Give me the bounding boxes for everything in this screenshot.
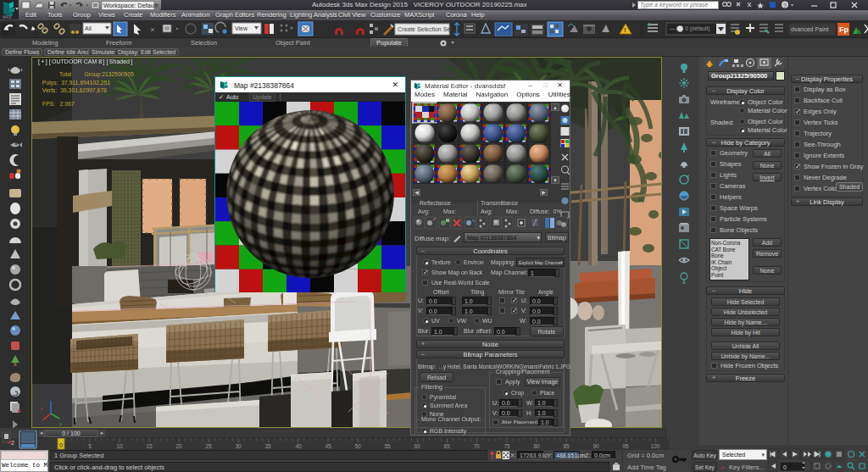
svg-text:y: y xyxy=(59,421,62,426)
svg-text:5: 5 xyxy=(88,443,92,449)
svg-text:85: 85 xyxy=(563,443,570,449)
svg-text:100: 100 xyxy=(651,443,660,449)
svg-text:80: 80 xyxy=(533,443,540,449)
svg-text:65: 65 xyxy=(443,443,450,449)
svg-text:All: All xyxy=(85,25,92,31)
svg-text:Workspace: Default: Workspace: Default xyxy=(103,2,158,9)
svg-text:35: 35 xyxy=(264,443,271,449)
svg-text:55: 55 xyxy=(384,443,391,449)
svg-text:90: 90 xyxy=(593,443,599,449)
svg-text:Fp: Fp xyxy=(839,25,849,34)
svg-text:0: 0 xyxy=(59,442,63,448)
svg-text:40: 40 xyxy=(295,443,302,449)
svg-text:x: x xyxy=(41,406,43,411)
svg-text:View: View xyxy=(235,25,248,31)
svg-text:MAX: MAX xyxy=(3,14,13,19)
svg-text:20: 20 xyxy=(175,443,182,449)
svg-text:10: 10 xyxy=(116,443,123,449)
svg-text:70: 70 xyxy=(473,443,480,449)
svg-text:30: 30 xyxy=(235,443,242,449)
svg-text:15: 15 xyxy=(146,443,153,449)
svg-text:Create Selection Se: Create Selection Se xyxy=(398,26,450,32)
svg-text:dvanced Paint: dvanced Paint xyxy=(791,26,828,32)
svg-text:0: 0 xyxy=(783,464,787,470)
svg-text:!: ! xyxy=(624,26,626,34)
svg-text:45: 45 xyxy=(325,443,331,449)
svg-text:60: 60 xyxy=(414,443,420,449)
svg-text:— ⚪ 0 (default): — ⚪ 0 (default) xyxy=(670,25,710,32)
svg-text:25: 25 xyxy=(205,443,212,449)
svg-text:95: 95 xyxy=(622,443,629,449)
svg-text:50: 50 xyxy=(354,443,361,449)
svg-text:2: 2 xyxy=(11,440,14,446)
svg-text:?: ? xyxy=(783,3,787,8)
svg-text:75: 75 xyxy=(504,443,510,449)
